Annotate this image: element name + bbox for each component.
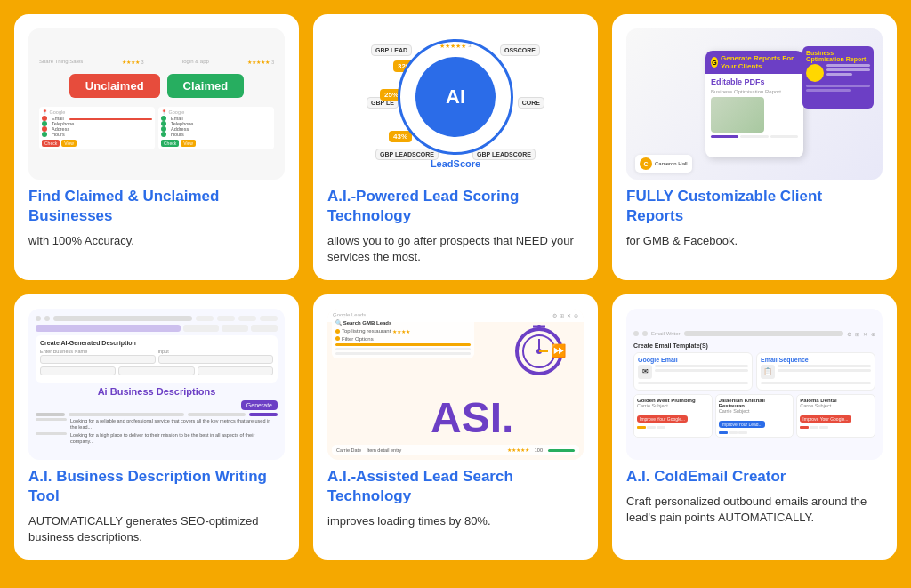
card1-image: Share Thing Sales ★★★★3 login & app ★★★★…: [28, 28, 285, 180]
pdf-map-visual: [711, 97, 764, 133]
card-lead-search: Google Leads ⚙ ⊞ ✕ ⊕ 🔍 Search GMB Leads …: [313, 294, 598, 560]
score-badge-core: CORE: [518, 97, 544, 109]
card2-image: GBP LEAD OSSCORE GBP LE CORE GBP LEADSCO…: [327, 28, 584, 180]
email-box-sequence: Email Sequence 📋: [756, 352, 875, 391]
pdf-float-title: Business Optimisation Report: [806, 50, 870, 62]
leadscore-inner: AI: [415, 57, 496, 137]
email-lead-1: Golden West Plumbing Carrie Subject Impr…: [633, 394, 713, 438]
unclaimed-button[interactable]: Unclaimed: [69, 74, 160, 98]
card-cold-email: Email Writer ⚙ ⊞ ✕ ⊕ Create Email Templa…: [612, 294, 897, 560]
card-editable-pdfs: G Generate Reports For Your Clients Edit…: [612, 14, 897, 280]
stopwatch-icon: ⏩: [508, 318, 570, 383]
lead2-name: Jalaenian Khikhali Restauran...: [719, 398, 791, 408]
email-dot-1: [633, 331, 639, 336]
card4-image: Create AI-Generated Description Enter Bu…: [28, 309, 285, 460]
card1-title: Find Claimed & Unclaimed Businesses: [28, 187, 285, 226]
tool-topbar: [36, 316, 278, 321]
ai-generate-button[interactable]: Generate: [241, 400, 278, 410]
svg-text:⏩: ⏩: [551, 343, 567, 358]
pdf-floating-card: Business Optimisation Report: [802, 46, 874, 109]
pdf-main-title: Editable PDFs: [711, 77, 798, 87]
card3-image: G Generate Reports For Your Clients Edit…: [626, 28, 883, 180]
leadscore-circle: AI: [398, 39, 513, 155]
email-box-google-title: Google Email: [638, 357, 748, 363]
card4-title: A.I. Business Description Writing Tool: [28, 467, 285, 506]
card5-image: Google Leads ⚙ ⊞ ✕ ⊕ 🔍 Search GMB Leads …: [327, 309, 584, 460]
pdf-header-text: Generate Reports For Your Clients: [721, 54, 798, 70]
email-lead-3: Paloma Dental Carrie Subject Improve You…: [796, 394, 875, 438]
claim-buttons: Unclaimed Claimed: [69, 74, 244, 98]
email-box-sequence-title: Email Sequence: [761, 357, 871, 363]
card4-subtitle: AUTOMATICALLY generates SEO-optimized bu…: [28, 513, 285, 545]
lead2-sub: Carrie Subject: [719, 408, 791, 414]
card-ai-business-desc: Create AI-Generated Description Enter Bu…: [14, 294, 299, 560]
email-lead-2: Jalaenian Khikhali Restauran... Carrie S…: [715, 394, 794, 438]
asi-mini-table: 🔍 Search GMB Leads Top listing restauran…: [332, 316, 474, 358]
nav-dot-2: [44, 316, 50, 321]
card1-subtitle: with 100% Accuracy.: [28, 233, 285, 249]
email-box-google: Google Email ✉: [633, 352, 753, 391]
lead1-sub: Carrie Subject: [637, 403, 709, 408]
asi-big-text: ASI.: [431, 394, 513, 441]
feature-grid: Share Thing Sales ★★★★3 login & app ★★★★…: [14, 14, 897, 560]
card6-image: Email Writer ⚙ ⊞ ✕ ⊕ Create Email Templa…: [626, 309, 883, 460]
card2-subtitle: allows you to go after prospects that NE…: [327, 233, 584, 265]
nav-dot-1: [36, 316, 41, 321]
email-section: Google Email ✉ Email Sequence 📋: [633, 352, 875, 391]
card2-title: A.I.-Powered Lead Scoring Technology: [327, 187, 584, 226]
card3-subtitle: for GMB & Facebook.: [626, 233, 883, 249]
lead2-btn: Improve Your Lead...: [719, 421, 765, 428]
tool-title-bar: [53, 316, 192, 321]
card-leadscore: GBP LEAD OSSCORE GBP LE CORE GBP LEADSCO…: [313, 14, 598, 280]
ai-desc-title: Ai Business Descriptions: [98, 386, 216, 397]
lead3-sub: Carrie Subject: [800, 403, 872, 408]
pdf-avatar: [806, 64, 824, 82]
card5-subtitle: improves loading times by 80%.: [327, 513, 584, 529]
lead3-btn: Improve Your Google...: [800, 415, 851, 423]
card5-title: A.I.-Assisted Lead Search Technology: [327, 467, 584, 506]
claimed-button[interactable]: Claimed: [167, 74, 245, 98]
pdf-sub-title: Business Optimisation Report: [711, 89, 798, 94]
card-find-claimed: Share Thing Sales ★★★★3 login & app ★★★★…: [14, 14, 299, 280]
email-dot-2: [642, 331, 648, 336]
ai-text: AI: [446, 85, 465, 109]
leadscore-brand: LeadScore: [398, 158, 513, 169]
email-title-bar: [684, 331, 843, 336]
lead1-btn: Improve Your Google...: [637, 415, 688, 423]
email-leads: Golden West Plumbing Carrie Subject Impr…: [633, 394, 875, 438]
pdf-document: G Generate Reports For Your Clients Edit…: [705, 51, 803, 157]
card3-title: FULLY Customizable Client Reports: [626, 187, 883, 226]
card6-subtitle: Craft personalized outbound emails aroun…: [626, 494, 883, 526]
card6-title: A.I. ColdEmail Creator: [626, 467, 883, 487]
email-topbar: Email Writer ⚙ ⊞ ✕ ⊕: [633, 331, 875, 337]
